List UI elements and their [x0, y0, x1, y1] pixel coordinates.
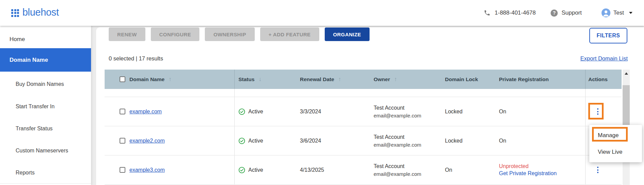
renewal-date: 3/3/2024	[300, 109, 321, 115]
renew-button[interactable]: RENEW	[109, 27, 145, 41]
results-bar: 0 selected | 17 results Export Domain Li…	[109, 55, 628, 62]
sidebar-item-domain-name[interactable]: Domain Name	[0, 48, 91, 72]
owner-email: email@example.com	[374, 113, 421, 118]
sidebar-nav: Home Domain Name Buy Domain Names Start …	[0, 26, 91, 185]
owner-name: Test Account	[374, 163, 405, 169]
context-menu-item-view-live[interactable]: View Live	[589, 144, 642, 160]
domains-table: Domain Name ↑ Status ↓ Renewal Date ↑ Ow…	[105, 70, 622, 185]
bulk-actions-toolbar: RENEW CONFIGURE OWNERSHIP + ADD FEATURE …	[109, 27, 370, 41]
bluehost-grid-icon	[11, 9, 19, 17]
support-link[interactable]: ? Support	[551, 10, 582, 17]
status-text: Active	[248, 138, 263, 144]
partial-scrolled-row	[105, 89, 622, 97]
sort-arrow-icon[interactable]: ↑	[394, 76, 397, 83]
domain-lock-value: On	[445, 167, 452, 173]
sidebar-item-home[interactable]: Home	[0, 34, 91, 45]
bluehost-logo[interactable]: bluehost	[11, 7, 59, 18]
sidebar-item-transfer-status[interactable]: Transfer Status	[0, 123, 91, 134]
account-menu[interactable]: Test	[602, 8, 632, 17]
owner-email: email@example.com	[374, 171, 421, 177]
context-menu-item-manage[interactable]: Manage	[589, 127, 642, 144]
table-row: example3.com Active 4/13/2025 Test Accou…	[105, 155, 622, 185]
help-icon: ?	[551, 10, 558, 17]
column-header-actions[interactable]: Actions	[586, 70, 622, 89]
filters-button[interactable]: FILTERS	[589, 28, 627, 43]
column-header-status[interactable]: Status ↓	[235, 70, 296, 89]
status-active-icon	[238, 137, 245, 144]
phone-icon	[484, 10, 490, 16]
table-body: example.com Active 3/3/2024 Test Account…	[105, 97, 622, 185]
get-private-registration-link[interactable]: Get Private Registration	[499, 170, 557, 177]
sort-arrow-icon[interactable]: ↑	[168, 76, 172, 83]
chevron-down-icon	[629, 12, 632, 14]
scroll-up-icon	[625, 72, 628, 75]
table-row: example.com Active 3/3/2024 Test Account…	[105, 97, 622, 126]
sidebar-divider	[0, 183, 91, 184]
sort-arrow-icon[interactable]: ↑	[338, 76, 341, 83]
column-header-private-registration[interactable]: Private Registration	[495, 70, 586, 89]
row-checkbox[interactable]	[120, 109, 125, 114]
unprotected-warning: Unprotected	[499, 163, 557, 169]
row-actions-menu-icon[interactable]	[594, 107, 601, 116]
content-card: RENEW CONFIGURE OWNERSHIP + ADD FEATURE …	[96, 27, 644, 185]
brand-text: bluehost	[22, 7, 59, 18]
row-checkbox[interactable]	[120, 138, 125, 144]
domain-lock-value: Locked	[445, 109, 463, 115]
owner-name: Test Account	[374, 134, 405, 140]
row-actions-menu-icon[interactable]	[594, 165, 601, 175]
column-header-domain-name[interactable]: Domain Name ↑	[105, 70, 235, 89]
table-row: example2.com Active 3/6/2024 Test Accoun…	[105, 126, 622, 155]
row-checkbox[interactable]	[120, 167, 125, 173]
sort-arrow-icon[interactable]: ↓	[258, 76, 262, 83]
status-active-icon	[238, 167, 245, 173]
add-feature-button[interactable]: + ADD FEATURE	[260, 27, 319, 41]
export-domain-list-link[interactable]: Export Domain List	[580, 55, 628, 62]
organize-button[interactable]: ORGANIZE	[325, 27, 370, 41]
renewal-date: 4/13/2025	[300, 167, 324, 173]
phone-contact[interactable]: 1-888-401-4678	[484, 10, 536, 16]
user-avatar-icon	[602, 8, 610, 17]
account-name: Test	[613, 10, 624, 16]
top-bar: bluehost 1-888-401-4678 ? Support	[0, 0, 644, 26]
domain-link[interactable]: example.com	[129, 109, 162, 115]
domain-link[interactable]: example2.com	[129, 138, 165, 144]
renewal-date: 3/6/2024	[300, 138, 321, 144]
sidebar-item-reports[interactable]: Reports	[0, 167, 91, 179]
support-label: Support	[561, 10, 582, 16]
sidebar-item-custom-nameservers[interactable]: Custom Nameservers	[0, 145, 91, 156]
domain-lock-value: Locked	[445, 138, 463, 144]
top-bar-right: 1-888-401-4678 ? Support Test	[484, 8, 632, 17]
sidebar-item-buy-domain-names[interactable]: Buy Domain Names	[0, 78, 91, 90]
status-active-icon	[238, 108, 245, 115]
bluehost-domain-manager: bluehost 1-888-401-4678 ? Support	[0, 0, 644, 185]
status-text: Active	[248, 167, 263, 173]
selection-summary: 0 selected | 17 results	[109, 55, 163, 62]
ownership-button[interactable]: OWNERSHIP	[205, 27, 254, 41]
configure-button[interactable]: CONFIGURE	[151, 27, 200, 41]
row-actions-context-menu: Manage View Live	[589, 125, 642, 162]
column-header-owner[interactable]: Owner ↑	[370, 70, 442, 89]
private-registration-value: On	[499, 138, 506, 144]
owner-email: email@example.com	[374, 142, 421, 148]
select-all-checkbox[interactable]	[120, 76, 125, 82]
column-header-domain-lock[interactable]: Domain Lock	[442, 70, 495, 89]
domain-link[interactable]: example3.com	[129, 167, 165, 173]
owner-name: Test Account	[374, 105, 405, 111]
table-header-row: Domain Name ↑ Status ↓ Renewal Date ↑ Ow…	[105, 70, 622, 89]
phone-number: 1-888-401-4678	[495, 10, 536, 16]
scroll-up-button[interactable]	[623, 70, 630, 77]
private-registration-value: On	[499, 109, 506, 115]
column-header-renewal-date[interactable]: Renewal Date ↑	[296, 70, 370, 89]
status-text: Active	[248, 109, 263, 115]
sidebar-item-start-transfer-in[interactable]: Start Transfer In	[0, 101, 91, 112]
main-area: RENEW CONFIGURE OWNERSHIP + ADD FEATURE …	[91, 26, 644, 185]
